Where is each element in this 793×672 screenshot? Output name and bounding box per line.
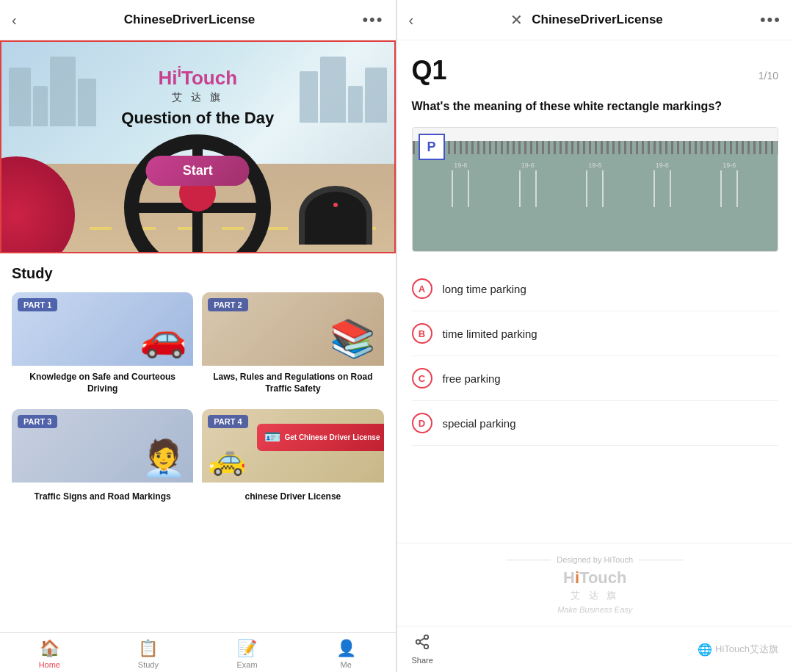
svg-point-1 xyxy=(416,640,421,644)
left-panel: ‹ ChineseDriverLicense ••• HiiTouch 艾 达 xyxy=(0,0,396,672)
nav-me[interactable]: 👤 Me xyxy=(297,639,396,669)
card-4-image: PART 4 🚕 🪪 Get Chinese Driver License xyxy=(202,409,383,483)
nav-exam[interactable]: 📝 Exam xyxy=(198,639,297,669)
exam-icon: 📝 xyxy=(237,639,257,658)
hero-brand-touch: Touch xyxy=(181,67,237,89)
footer-tagline: Make Business Easy xyxy=(409,605,782,614)
right-footer: Designed by HiTouch HiTouch 艾 达 旗 Make B… xyxy=(397,543,794,626)
bottom-nav: 🏠 Home 📋 Study 📝 Exam 👤 Me xyxy=(0,632,396,672)
option-a-circle: A xyxy=(412,278,432,299)
left-app-title: ChineseDriverLicense xyxy=(124,12,256,27)
left-more-icon[interactable]: ••• xyxy=(362,10,383,29)
option-d[interactable]: D special parking xyxy=(412,401,779,446)
parking-sign-p: P xyxy=(419,134,445,160)
parking-slot-1: 19-6 xyxy=(452,162,469,207)
option-a[interactable]: A long time parking xyxy=(412,267,779,311)
study-label: Study xyxy=(138,660,159,669)
parking-slot-2: 19-6 xyxy=(519,162,537,207)
option-b-text: time limited parking xyxy=(443,328,537,340)
designed-by-text: Designed by HiTouch xyxy=(409,555,782,564)
start-button[interactable]: Start xyxy=(146,156,250,186)
hero-banner: HiiTouch 艾 达 旗 Question of the Day Start xyxy=(0,40,396,253)
share-label: Share xyxy=(412,656,433,665)
option-d-circle: D xyxy=(412,413,432,433)
home-icon: 🏠 xyxy=(40,639,59,658)
car-icon: 🚗 xyxy=(140,315,187,360)
card-2-badge: PART 2 xyxy=(208,298,247,311)
nav-home[interactable]: 🏠 Home xyxy=(0,639,99,669)
card-2-label: Laws, Rules and Regulations on Road Traf… xyxy=(202,366,383,400)
card-1-image: PART 1 🚗 xyxy=(12,292,193,366)
right-bottom-bar: Share 🌐 HiTouch艾达旗 xyxy=(397,626,794,672)
card-4-label: chinese Driver License xyxy=(202,483,383,512)
get-license-label: Get Chinese Driver License xyxy=(284,433,380,443)
parking-slot-4: 19-6 xyxy=(653,162,671,207)
question-text: What's the meaning of these white rectan… xyxy=(412,98,779,115)
right-header-center: ✕ ChineseDriverLicense xyxy=(510,11,663,29)
svg-point-2 xyxy=(424,645,429,649)
license-icon: 🪪 xyxy=(264,428,280,447)
books-icon: 📚 xyxy=(330,317,375,360)
study-card-3[interactable]: PART 3 🧑‍💼 Traffic Signs and Road Markin… xyxy=(12,409,193,512)
card-4-badge: PART 4 xyxy=(208,415,247,428)
question-header: Q1 1/10 xyxy=(412,55,779,86)
card-3-badge: PART 3 xyxy=(18,415,57,428)
option-d-text: special parking xyxy=(443,417,516,430)
question-number: Q1 xyxy=(412,55,447,86)
left-header: ‹ ChineseDriverLicense ••• xyxy=(0,0,396,40)
parking-image: P 19-6 19-6 xyxy=(412,127,779,252)
hero-right-gauge xyxy=(299,186,372,245)
option-a-text: long time parking xyxy=(443,283,526,295)
option-b[interactable]: B time limited parking xyxy=(412,311,779,356)
share-button[interactable]: Share xyxy=(412,634,433,665)
svg-line-4 xyxy=(420,638,424,641)
exam-label: Exam xyxy=(237,660,258,669)
right-panel: ‹ ✕ ChineseDriverLicense ••• Q1 1/10 Wha… xyxy=(397,0,794,672)
svg-point-0 xyxy=(424,635,429,640)
study-card-2[interactable]: PART 2 📚 Laws, Rules and Regulations on … xyxy=(202,292,383,400)
svg-line-3 xyxy=(420,643,424,646)
hero-tagline: Question of the Day xyxy=(121,109,274,128)
share-icon xyxy=(414,634,430,654)
study-card-4[interactable]: PART 4 🚕 🪪 Get Chinese Driver License ch… xyxy=(202,409,383,512)
option-c[interactable]: C free parking xyxy=(412,356,779,401)
right-close-icon[interactable]: ✕ xyxy=(510,11,523,29)
right-more-icon[interactable]: ••• xyxy=(760,10,781,29)
right-back-icon[interactable]: ‹ xyxy=(409,12,414,29)
home-label: Home xyxy=(39,660,60,669)
question-progress: 1/10 xyxy=(758,70,778,82)
back-icon[interactable]: ‹ xyxy=(12,12,17,29)
study-content: Study PART 1 🚗 Knowledge on Safe and Cou… xyxy=(0,253,396,632)
parking-slot-5: 19-6 xyxy=(720,162,738,207)
hero-brand-hi: Hi xyxy=(158,67,177,89)
get-license-popup[interactable]: 🪪 Get Chinese Driver License xyxy=(257,424,383,451)
taxi-icon: 🚕 xyxy=(208,441,246,477)
footer-chinese: 艾 达 旗 xyxy=(409,589,782,602)
card-2-image: PART 2 📚 xyxy=(202,292,383,366)
option-c-text: free parking xyxy=(443,372,501,385)
me-label: Me xyxy=(341,660,352,669)
question-content: Q1 1/10 What's the meaning of these whit… xyxy=(397,40,794,543)
study-icon: 📋 xyxy=(138,639,158,658)
right-header: ‹ ✕ ChineseDriverLicense ••• xyxy=(397,0,794,40)
me-icon: 👤 xyxy=(336,639,356,658)
card-3-image: PART 3 🧑‍💼 xyxy=(12,409,193,483)
answer-options: A long time parking B time limited parki… xyxy=(412,267,779,446)
nav-study[interactable]: 📋 Study xyxy=(99,639,198,669)
study-card-1[interactable]: PART 1 🚗 Knowledge on Safe and Courteous… xyxy=(12,292,193,400)
watermark-text: HiTouch艾达旗 xyxy=(715,643,778,656)
person-icon: 🧑‍💼 xyxy=(142,438,186,479)
option-c-circle: C xyxy=(412,368,432,389)
parking-slot-3: 19-6 xyxy=(586,162,604,207)
card-3-label: Traffic Signs and Road Markings xyxy=(12,483,193,512)
parking-lot: 19-6 19-6 19-6 xyxy=(413,141,778,251)
option-b-circle: B xyxy=(412,323,432,344)
watermark-icon: 🌐 xyxy=(698,643,712,657)
card-1-label: Knowledge on Safe and Courteous Driving xyxy=(12,366,193,400)
study-cards-grid: PART 1 🚗 Knowledge on Safe and Courteous… xyxy=(12,292,384,512)
hitouch-watermark: 🌐 HiTouch艾达旗 xyxy=(698,643,778,657)
hero-chinese-brand: 艾 达 旗 xyxy=(121,91,274,104)
study-section-title: Study xyxy=(12,265,384,282)
footer-brand: HiTouch xyxy=(409,570,782,586)
right-app-title: ChineseDriverLicense xyxy=(532,12,663,27)
